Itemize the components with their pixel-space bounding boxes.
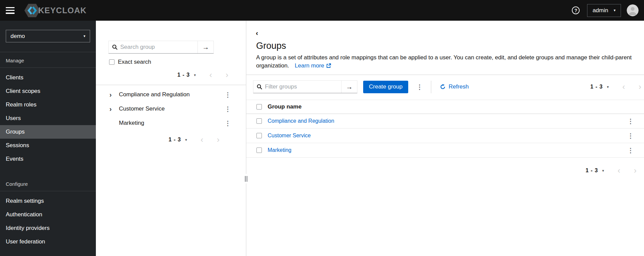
- realm-selector[interactable]: demo ▾: [6, 30, 90, 42]
- sidebar-item-users[interactable]: Users: [0, 112, 96, 125]
- kebab-icon: ⋮: [627, 132, 634, 139]
- toolbar-divider: [431, 81, 431, 93]
- main-panel: ‹ Groups A group is a set of attributes …: [246, 21, 644, 256]
- sidebar-item-client-scopes[interactable]: Client scopes: [0, 84, 96, 98]
- group-search-field: [109, 41, 198, 53]
- row-kebab-button[interactable]: ⋮: [627, 146, 634, 154]
- kebab-menu-button[interactable]: ⋮: [225, 105, 231, 113]
- user-menu-dropdown[interactable]: admin ▾: [587, 4, 621, 17]
- kebab-menu-button[interactable]: ⋮: [225, 119, 231, 127]
- chevron-down-icon: ▾: [185, 138, 187, 142]
- row-checkbox[interactable]: [256, 147, 262, 153]
- table-pagination-bottom-row: 1 - 3 ▾ ‹ ›: [246, 166, 644, 175]
- filter-groups-input[interactable]: [265, 83, 341, 90]
- sidebar-item-sessions[interactable]: Sessions: [0, 139, 96, 152]
- table-row: Marketing ⋮: [246, 143, 644, 158]
- pagination-next-button[interactable]: ›: [217, 136, 220, 144]
- topbar: KEYCLOAK ? admin ▾: [0, 0, 644, 21]
- panel-resize-handle[interactable]: [244, 174, 248, 183]
- pagination-prev-button[interactable]: ‹: [209, 71, 212, 79]
- manage-nav-list: Clients Client scopes Realm roles Users …: [0, 68, 96, 166]
- sidebar-item-identity-providers[interactable]: Identity providers: [0, 221, 96, 235]
- row-kebab-button[interactable]: ⋮: [627, 132, 634, 140]
- content-row: demo ▾ Manage Clients Client scopes Real…: [0, 21, 644, 256]
- kebab-icon: ⋮: [627, 118, 634, 125]
- group-link[interactable]: Marketing: [268, 147, 291, 153]
- pagination-range-menu[interactable]: 1 - 3 ▾: [590, 84, 609, 90]
- sidebar-item-realm-settings[interactable]: Realm settings: [0, 194, 96, 208]
- refresh-icon: [440, 84, 445, 90]
- sidebar-item-realm-roles[interactable]: Realm roles: [0, 98, 96, 112]
- select-all-checkbox[interactable]: [256, 104, 262, 110]
- learn-more-link[interactable]: Learn more: [295, 62, 331, 70]
- refresh-button[interactable]: Refresh: [440, 83, 469, 90]
- row-checkbox[interactable]: [256, 118, 262, 124]
- keycloak-logo: KEYCLOAK: [24, 3, 87, 18]
- pagination-range-menu[interactable]: 1 - 3 ▾: [168, 137, 187, 143]
- pagination-range: 1 - 3: [590, 84, 603, 90]
- table-pagination-top: 1 - 3 ▾ ‹ ›: [590, 83, 641, 91]
- keycloak-admin-console: KEYCLOAK ? admin ▾ demo ▾: [0, 0, 644, 256]
- pagination-range-menu[interactable]: 1 - 3 ▾: [585, 168, 604, 174]
- kebab-icon: ⋮: [225, 120, 231, 127]
- nav-section-configure: Configure: [0, 176, 96, 191]
- row-kebab-button[interactable]: ⋮: [627, 117, 634, 125]
- avatar-icon: [627, 4, 639, 16]
- kebab-icon: ⋮: [627, 147, 634, 154]
- pagination-prev-button[interactable]: ‹: [622, 83, 625, 91]
- column-header-group-name: Group name: [268, 103, 302, 110]
- group-name[interactable]: Compliance and Regulation: [119, 91, 190, 98]
- tree-group-row: › Compliance and Regulation ⋮: [96, 87, 246, 102]
- kebab-icon: ⋮: [225, 105, 231, 113]
- sidebar-item-clients[interactable]: Clients: [0, 71, 96, 84]
- groups-toolbar: → Create group ⋮ Refresh 1 -: [246, 75, 644, 93]
- table-header-row: Group name: [246, 100, 644, 114]
- search-group-input[interactable]: [120, 44, 198, 51]
- expand-chevron-icon[interactable]: ›: [109, 105, 115, 113]
- nav-toggle-button[interactable]: [6, 7, 15, 14]
- search-icon: [112, 44, 118, 50]
- create-group-button[interactable]: Create group: [363, 81, 408, 93]
- exact-search-row: Exact search: [109, 59, 246, 65]
- group-search-box: →: [108, 41, 214, 54]
- kebab-icon: ⋮: [225, 91, 231, 98]
- pagination-next-button[interactable]: ›: [639, 83, 641, 91]
- chevron-down-icon: ▾: [602, 169, 604, 173]
- help-button[interactable]: ?: [572, 6, 580, 14]
- avatar[interactable]: [627, 4, 639, 16]
- groups-table: Group name Compliance and Regulation ⋮ C…: [246, 100, 644, 158]
- hamburger-icon: [6, 7, 15, 8]
- pagination-range: 1 - 3: [585, 168, 598, 174]
- expand-chevron-icon[interactable]: ›: [109, 91, 115, 99]
- sidebar-item-authentication[interactable]: Authentication: [0, 208, 96, 221]
- group-link[interactable]: Customer Service: [268, 133, 311, 139]
- back-row: ‹: [246, 21, 644, 37]
- group-link[interactable]: Compliance and Regulation: [268, 118, 334, 124]
- sidebar-item-events[interactable]: Events: [0, 152, 96, 166]
- page-header: Groups A group is a set of attributes an…: [246, 37, 644, 70]
- collapse-panel-button[interactable]: ‹: [256, 29, 258, 36]
- pagination-next-button[interactable]: ›: [226, 71, 228, 79]
- filter-submit-button[interactable]: →: [341, 81, 357, 93]
- tree-pagination-top: 1 - 3 ▾ ‹ ›: [96, 69, 246, 81]
- group-name[interactable]: Marketing: [119, 120, 144, 126]
- exact-search-checkbox[interactable]: [109, 59, 115, 65]
- sidebar-item-user-federation[interactable]: User federation: [0, 235, 96, 249]
- search-submit-button[interactable]: →: [198, 41, 213, 53]
- row-checkbox[interactable]: [256, 133, 262, 138]
- page-title: Groups: [256, 41, 634, 51]
- group-name[interactable]: Customer Service: [119, 105, 165, 112]
- sidebar: demo ▾ Manage Clients Client scopes Real…: [0, 21, 96, 256]
- exact-search-label: Exact search: [118, 59, 151, 65]
- sidebar-item-groups[interactable]: Groups: [0, 125, 96, 139]
- keycloak-hexagon-icon: [24, 3, 40, 18]
- pagination-next-button[interactable]: ›: [634, 166, 637, 175]
- pagination-prev-button[interactable]: ‹: [618, 166, 620, 175]
- brand-text: KEYCLOAK: [38, 6, 87, 15]
- kebab-menu-button[interactable]: ⋮: [225, 91, 231, 99]
- toolbar-kebab-button[interactable]: ⋮: [416, 83, 423, 91]
- pagination-prev-button[interactable]: ‹: [201, 136, 203, 144]
- configure-nav-list: Realm settings Authentication Identity p…: [0, 191, 96, 249]
- pagination-range-menu[interactable]: 1 - 3 ▾: [177, 72, 196, 78]
- chevron-down-icon: ▾: [614, 8, 616, 13]
